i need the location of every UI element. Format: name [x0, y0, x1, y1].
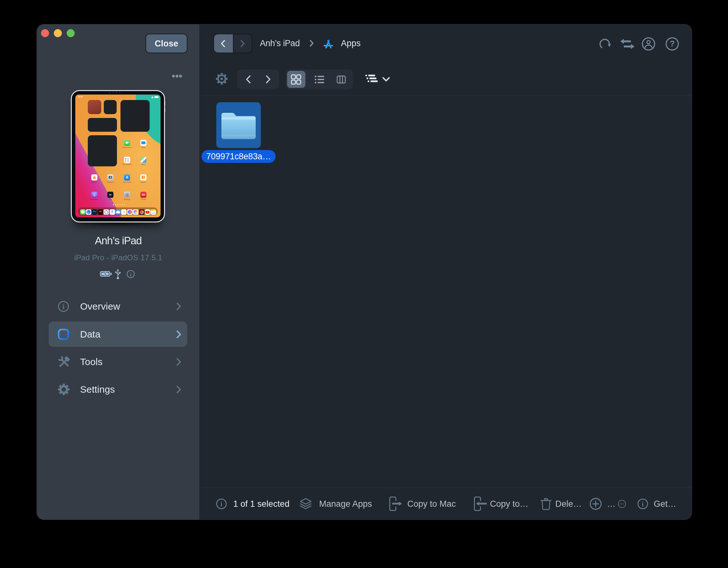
svg-text:i: i: [130, 271, 132, 277]
svg-text:i: i: [642, 500, 644, 508]
svg-text:i: i: [62, 303, 64, 311]
svg-text:i: i: [220, 500, 222, 508]
svg-text:?: ?: [670, 39, 675, 48]
